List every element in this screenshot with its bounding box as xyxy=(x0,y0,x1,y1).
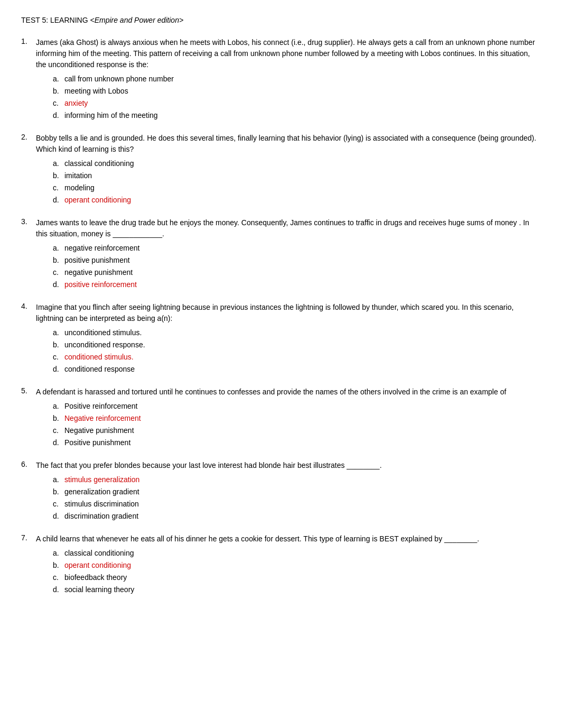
answer-text-6-2: generalization gradient xyxy=(64,486,139,497)
answer-text-5-1: Positive reinforcement xyxy=(64,401,138,412)
question-row-6: 6.The fact that you prefer blondes becau… xyxy=(21,460,540,471)
question-text-2: Bobby tells a lie and is grounded. He do… xyxy=(36,133,540,155)
answers-list-2: a.classical conditioningb.imitationc.mod… xyxy=(21,158,540,206)
question-text-1: James (aka Ghost) is always anxious when… xyxy=(36,37,540,70)
question-text-4: Imagine that you flinch after seeing lig… xyxy=(36,302,540,324)
answers-list-6: a.stimulus generalizationb.generalizatio… xyxy=(21,474,540,522)
question-text-5: A defendant is harassed and tortured unt… xyxy=(36,386,540,398)
answer-item-5-3: c.Negative punishment xyxy=(53,425,540,436)
answer-letter-6-3: c. xyxy=(53,499,64,510)
answers-list-4: a.unconditioned stimulus.b.unconditioned… xyxy=(21,327,540,375)
answer-letter-2-4: d. xyxy=(53,195,64,206)
answer-item-1-1: a.call from unknown phone number xyxy=(53,73,540,85)
question-row-7: 7.A child learns that whenever he eats a… xyxy=(21,533,540,545)
answer-text-7-3: biofeedback theory xyxy=(64,572,127,583)
answer-text-4-4: conditioned response xyxy=(64,364,135,375)
answer-letter-6-4: d. xyxy=(53,511,64,522)
answer-letter-3-1: a. xyxy=(53,243,64,254)
page-title: TEST 5: LEARNING <Empire and Power editi… xyxy=(21,16,540,24)
answer-text-7-2: operant conditioning xyxy=(64,560,131,571)
answer-item-3-1: a.negative reinforcement xyxy=(53,243,540,254)
answer-letter-3-4: d. xyxy=(53,279,64,290)
answer-text-4-3: conditioned stimulus. xyxy=(64,352,134,363)
answer-text-1-3: anxiety xyxy=(64,98,88,109)
answer-item-4-2: b.unconditioned response. xyxy=(53,339,540,351)
question-item-3: 3.James wants to leave the drug trade bu… xyxy=(21,217,540,290)
answer-letter-7-3: c. xyxy=(53,572,64,583)
answer-letter-4-3: c. xyxy=(53,352,64,363)
answer-item-3-2: b.positive punishment xyxy=(53,255,540,266)
answer-letter-6-2: b. xyxy=(53,486,64,497)
question-row-1: 1.James (aka Ghost) is always anxious wh… xyxy=(21,37,540,70)
answer-item-2-2: b.imitation xyxy=(53,170,540,181)
answer-letter-6-1: a. xyxy=(53,474,64,485)
answer-item-1-3: c.anxiety xyxy=(53,98,540,109)
answer-text-1-1: call from unknown phone number xyxy=(64,73,174,85)
question-item-1: 1.James (aka Ghost) is always anxious wh… xyxy=(21,37,540,121)
answer-text-4-1: unconditioned stimulus. xyxy=(64,327,142,338)
answer-text-5-2: Negative reinforcement xyxy=(64,413,141,424)
answer-item-7-2: b.operant conditioning xyxy=(53,560,540,571)
question-number-3: 3. xyxy=(21,217,36,226)
answer-text-2-2: imitation xyxy=(64,170,92,181)
question-text-3: James wants to leave the drug trade but … xyxy=(36,217,540,239)
answer-item-2-3: c.modeling xyxy=(53,182,540,193)
answers-list-3: a.negative reinforcementb.positive punis… xyxy=(21,243,540,290)
answer-text-5-3: Negative punishment xyxy=(64,425,134,436)
question-number-7: 7. xyxy=(21,533,36,542)
answer-letter-1-3: c. xyxy=(53,98,64,109)
answer-letter-1-1: a. xyxy=(53,73,64,85)
answer-text-3-2: positive punishment xyxy=(64,255,130,266)
answer-item-2-1: a.classical conditioning xyxy=(53,158,540,169)
answer-letter-7-4: d. xyxy=(53,584,64,595)
answer-letter-5-2: b. xyxy=(53,413,64,424)
answer-letter-5-4: d. xyxy=(53,437,64,448)
question-item-2: 2.Bobby tells a lie and is grounded. He … xyxy=(21,133,540,206)
answer-item-7-3: c.biofeedback theory xyxy=(53,572,540,583)
answer-item-6-3: c.stimulus discrimination xyxy=(53,499,540,510)
answer-letter-7-1: a. xyxy=(53,548,64,559)
answer-text-3-4: positive reinforcement xyxy=(64,279,137,290)
answer-letter-4-1: a. xyxy=(53,327,64,338)
question-row-3: 3.James wants to leave the drug trade bu… xyxy=(21,217,540,239)
answer-text-4-2: unconditioned response. xyxy=(64,339,145,351)
question-item-4: 4.Imagine that you flinch after seeing l… xyxy=(21,302,540,375)
answer-letter-5-3: c. xyxy=(53,425,64,436)
answers-list-7: a.classical conditioningb.operant condit… xyxy=(21,548,540,595)
answer-letter-5-1: a. xyxy=(53,401,64,412)
answer-item-5-1: a.Positive reinforcement xyxy=(53,401,540,412)
answer-text-3-1: negative reinforcement xyxy=(64,243,139,254)
question-item-6: 6.The fact that you prefer blondes becau… xyxy=(21,460,540,522)
question-number-2: 2. xyxy=(21,133,36,141)
answer-text-7-4: social learning theory xyxy=(64,584,134,595)
answer-letter-2-3: c. xyxy=(53,182,64,193)
answer-text-1-4: informing him of the meeting xyxy=(64,110,158,121)
question-item-5: 5.A defendant is harassed and tortured u… xyxy=(21,386,540,448)
answer-text-6-4: discrimination gradient xyxy=(64,511,138,522)
answer-item-5-2: b.Negative reinforcement xyxy=(53,413,540,424)
answer-item-3-4: d.positive reinforcement xyxy=(53,279,540,290)
answer-text-2-4: operant conditioning xyxy=(64,195,131,206)
answer-letter-1-4: d. xyxy=(53,110,64,121)
questions-list: 1.James (aka Ghost) is always anxious wh… xyxy=(21,37,540,595)
answer-item-6-2: b.generalization gradient xyxy=(53,486,540,497)
answer-item-3-3: c.negative punishment xyxy=(53,267,540,278)
answer-text-3-3: negative punishment xyxy=(64,267,133,278)
answer-text-1-2: meeting with Lobos xyxy=(64,86,128,97)
answer-item-4-1: a.unconditioned stimulus. xyxy=(53,327,540,338)
answer-item-6-1: a.stimulus generalization xyxy=(53,474,540,485)
answer-item-7-4: d.social learning theory xyxy=(53,584,540,595)
answer-item-1-4: d.informing him of the meeting xyxy=(53,110,540,121)
answer-letter-2-1: a. xyxy=(53,158,64,169)
answer-item-4-3: c.conditioned stimulus. xyxy=(53,352,540,363)
question-row-4: 4.Imagine that you flinch after seeing l… xyxy=(21,302,540,324)
answer-letter-1-2: b. xyxy=(53,86,64,97)
answer-text-2-1: classical conditioning xyxy=(64,158,134,169)
answer-text-6-3: stimulus discrimination xyxy=(64,499,139,510)
question-text-6: The fact that you prefer blondes because… xyxy=(36,460,540,471)
answer-letter-4-2: b. xyxy=(53,339,64,351)
question-number-5: 5. xyxy=(21,386,36,395)
answer-text-7-1: classical conditioning xyxy=(64,548,134,559)
answer-item-5-4: d.Positive punishment xyxy=(53,437,540,448)
answer-item-1-2: b.meeting with Lobos xyxy=(53,86,540,97)
